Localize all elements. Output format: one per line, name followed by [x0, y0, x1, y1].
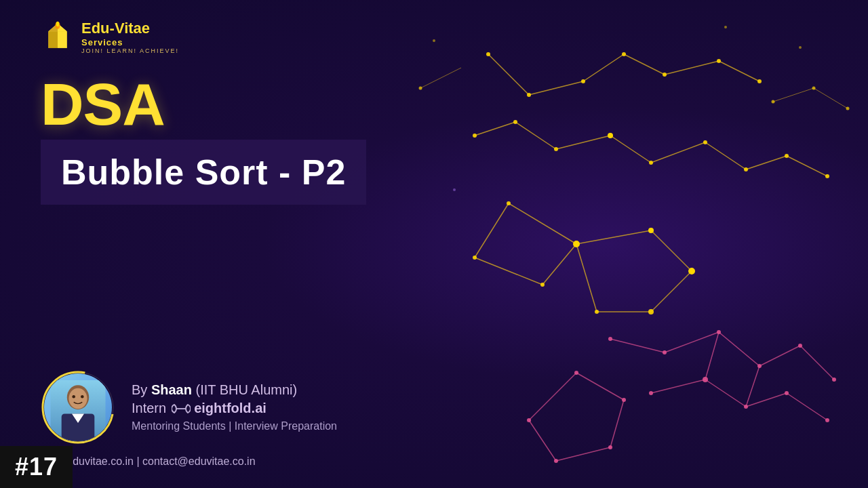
intern-label: Intern	[132, 401, 166, 416]
avatar-image	[44, 373, 112, 441]
mentoring-line: Mentoring Students | Interview Preparati…	[132, 420, 337, 432]
svg-rect-94	[58, 31, 67, 48]
svg-point-104	[72, 395, 75, 399]
episode-badge: #17	[0, 446, 73, 488]
title-section: DSA Bubble Sort - P2	[41, 75, 827, 351]
edu-vitae-logo-icon	[41, 20, 75, 54]
eightfold-icon	[172, 401, 191, 416]
svg-point-96	[56, 22, 60, 26]
svg-point-103	[69, 388, 87, 409]
logo-name: Edu-Vitae	[81, 20, 179, 37]
presenter-byline: By Shaan (IIT BHU Alumni)	[132, 382, 337, 398]
by-prefix: By	[132, 382, 151, 397]
intern-line: Intern eightfold.ai	[132, 401, 337, 416]
presenter-credentials: (IIT BHU Alumni)	[196, 382, 298, 397]
subtitle-text: Bubble Sort - P2	[61, 152, 346, 192]
svg-rect-93	[48, 31, 58, 48]
presenter-info: By Shaan (IIT BHU Alumni) Intern eightfo…	[132, 382, 337, 432]
main-title: DSA	[41, 75, 827, 134]
presenter-section: By Shaan (IIT BHU Alumni) Intern eightfo…	[41, 370, 827, 445]
main-content: Edu-Vitae Services JOIN! LEARN! ACHIEVE!…	[0, 0, 868, 488]
subtitle-box: Bubble Sort - P2	[41, 140, 366, 205]
logo-text: Edu-Vitae Services JOIN! LEARN! ACHIEVE!	[81, 20, 179, 54]
eightfold-logo: eightfold.ai	[172, 401, 267, 416]
logo-tagline: JOIN! LEARN! ACHIEVE!	[81, 47, 179, 54]
logo-services: Services	[81, 37, 179, 47]
presenter-name: Shaan	[151, 382, 192, 397]
website-footer: www.eduvitae.co.in | contact@eduvitae.co…	[41, 455, 827, 468]
logo-area: Edu-Vitae Services JOIN! LEARN! ACHIEVE!	[41, 20, 827, 54]
avatar-container	[41, 370, 115, 445]
svg-point-105	[81, 395, 84, 399]
company-name: eightfold.ai	[194, 401, 267, 416]
